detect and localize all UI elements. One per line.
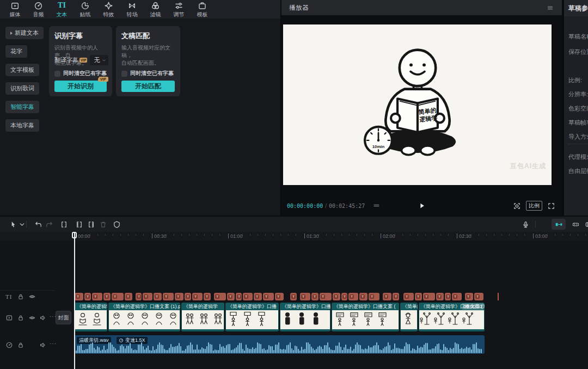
subtitle-clip[interactable]: T [236, 293, 242, 300]
subtitle-clip[interactable]: T [311, 293, 318, 300]
subtitle-clip[interactable]: T [300, 293, 310, 300]
ratio-button[interactable]: 比例 [526, 201, 542, 211]
toolbar-tab-滤镜[interactable]: 滤镜 [144, 0, 167, 19]
video-clip[interactable]: 《简单的逻辑学 [181, 303, 224, 331]
video-clip[interactable]: 《简单的 [400, 303, 418, 331]
preview-canvas[interactable]: 简单的 逻辑学 10min 豆包AI生成 [283, 24, 552, 185]
list-icon[interactable] [372, 202, 381, 210]
subtitle-clip[interactable]: T [263, 293, 274, 300]
subtitle-clip[interactable]: T [75, 293, 83, 300]
subtitle-clip[interactable]: T [393, 293, 399, 300]
subtitle-clip[interactable]: T [452, 293, 462, 300]
checkbox[interactable] [54, 71, 60, 77]
toolbar-tab-贴纸[interactable]: 贴纸 [74, 0, 97, 19]
mask-icon[interactable] [113, 220, 121, 229]
start-match-button[interactable]: 开始匹配 [121, 81, 175, 92]
subtitle-clip[interactable]: T [436, 293, 444, 300]
subtitle-clip[interactable]: T [204, 293, 211, 300]
subtitle-clip[interactable]: T [185, 293, 191, 300]
clear-existing-checkbox-row[interactable]: 同时清空已有字幕 [54, 70, 107, 77]
eye-icon[interactable] [28, 293, 36, 300]
toolbar-tab-音频[interactable]: 音频 [27, 0, 50, 19]
subtitle-clip[interactable]: T [415, 293, 422, 300]
snap-toggle[interactable] [552, 219, 566, 230]
focus-icon[interactable] [513, 202, 521, 210]
subtitle-clip[interactable]: T [333, 293, 340, 300]
audio-track-icon[interactable] [5, 341, 13, 349]
video-clip[interactable]: 《简单的逻辑学》口播文案 [280, 303, 330, 331]
video-clip[interactable]: 《简单的逻辑学》口播文案 (1).png [108, 303, 180, 331]
eye-icon[interactable] [28, 314, 36, 322]
subtitle-clip[interactable]: T [112, 293, 124, 300]
subtitle-clip[interactable]: T [143, 293, 152, 300]
start-recognize-button[interactable]: 开始识别 VIP [54, 81, 107, 92]
hamburger-icon[interactable] [546, 4, 554, 11]
redo-icon[interactable] [45, 220, 53, 229]
clear-existing-checkbox-row[interactable]: 同时清空已有字幕 [121, 70, 174, 77]
subtitle-clip[interactable]: T [348, 293, 358, 300]
subtitle-clip[interactable]: T [445, 293, 451, 300]
video-clip[interactable]: 《简单的逻辑学》口播文案 (7).png00:00:33 [419, 303, 485, 331]
playhead-line[interactable] [74, 232, 75, 369]
subtitle-clip[interactable]: T [243, 293, 253, 300]
speaker-icon[interactable] [39, 341, 47, 349]
subtitle-clip[interactable]: T [474, 293, 483, 300]
checkbox[interactable] [121, 71, 127, 77]
preview-axis-icon[interactable] [572, 220, 580, 229]
subtitle-clip[interactable]: T [423, 293, 435, 300]
toolbar-tab-文本[interactable]: TI文本 [50, 0, 74, 19]
subtitle-clip[interactable]: T [341, 293, 347, 300]
more-icon[interactable]: ··· [50, 313, 57, 319]
toolbar-tab-媒体[interactable]: 媒体 [3, 0, 27, 19]
subtitle-clip[interactable]: T [320, 293, 332, 300]
clip-settings-icon[interactable] [585, 220, 588, 229]
sidebar-item-花字[interactable]: 花字 [5, 45, 27, 58]
subtitle-clip[interactable]: T [383, 293, 391, 300]
play-icon[interactable] [418, 202, 426, 210]
sidebar-item-智能字幕[interactable]: 智能字幕 [5, 101, 39, 113]
subtitle-clip[interactable]: T [275, 293, 284, 300]
subtitle-clip[interactable]: T [359, 293, 367, 300]
toolbar-tab-特效[interactable]: 特效 [97, 0, 120, 19]
undo-icon[interactable] [34, 220, 42, 229]
subtitle-clip[interactable]: T [369, 293, 379, 300]
sidebar-item-本地字幕[interactable]: 本地字幕 [5, 119, 39, 132]
subtitle-clip[interactable]: T [92, 293, 102, 300]
expand-icon[interactable] [547, 202, 555, 210]
subtitle-clip[interactable]: T [125, 293, 132, 300]
split-left-icon[interactable] [75, 220, 83, 229]
toolbar-tab-模板[interactable]: 模板 [191, 0, 214, 19]
sidebar-item-新建文本[interactable]: 新建文本 [5, 27, 44, 39]
video-clip[interactable]: 《简单的逻辑学》口播 [225, 303, 279, 331]
lock-icon[interactable] [17, 293, 24, 300]
subtitle-clip[interactable]: T [290, 293, 297, 300]
stray-subtitle-clip[interactable] [498, 293, 499, 300]
cursor-icon[interactable] [9, 220, 17, 229]
sidebar-item-文字模板[interactable]: 文字模板 [5, 64, 39, 76]
subtitle-clip[interactable]: T [254, 293, 262, 300]
lock-icon[interactable] [17, 314, 24, 322]
split-right-icon[interactable] [87, 220, 95, 229]
toolbar-tab-调节[interactable]: 调节 [167, 0, 191, 19]
split-icon[interactable] [60, 220, 68, 229]
subtitle-clip[interactable]: T [154, 293, 162, 300]
delete-icon[interactable] [99, 220, 107, 229]
mic-icon[interactable] [522, 220, 530, 229]
sidebar-item-识别歌词[interactable]: 识别歌词 [5, 82, 39, 95]
subtitle-clip[interactable]: T [103, 293, 111, 300]
audio-clip[interactable]: 温暖亲切.wav 变速1.5X [75, 335, 485, 354]
subtitle-clip[interactable]: T [175, 293, 183, 300]
subtitle-clip[interactable]: T [403, 293, 414, 300]
subtitle-clip[interactable]: T [84, 293, 91, 300]
video-track-icon[interactable] [5, 314, 13, 322]
timeline-ruler[interactable]: 00:0000:3001:0001:3002:0002:3003:00 [0, 232, 588, 241]
video-clip[interactable]: 《简单的逻辑学》口播文案 ( [332, 303, 399, 331]
translate-dropdown[interactable]: 无 [90, 55, 108, 65]
subtitle-clip[interactable]: T [136, 293, 142, 300]
more-icon[interactable]: ··· [50, 341, 57, 347]
speaker-icon[interactable] [39, 314, 47, 322]
subtitle-clip[interactable]: T [227, 293, 235, 300]
subtitle-clip[interactable]: T [214, 293, 226, 300]
subtitle-clip[interactable]: T [163, 293, 174, 300]
lock-icon[interactable] [17, 341, 24, 349]
